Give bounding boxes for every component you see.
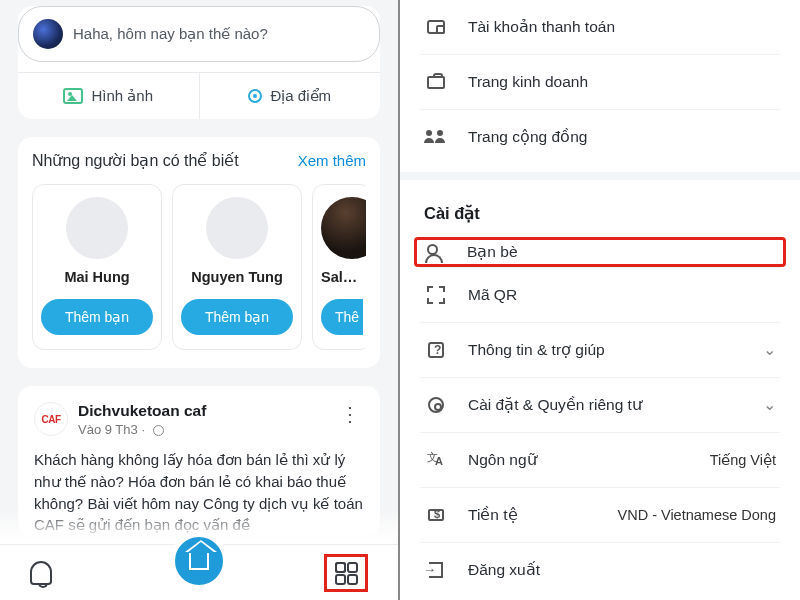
home-icon [189,552,209,570]
menu-item-language[interactable]: Ngôn ngữ Tiếng Việt [420,432,780,487]
add-friend-button[interactable]: Thêm bạn [181,299,293,335]
menu-item-business[interactable]: Trang kinh doanh [420,54,780,109]
help-icon [428,342,444,358]
right-screen: Tài khoản thanh toán Trang kinh doanh Tr… [400,0,800,600]
suggestion-name: Salmo [321,269,363,285]
image-icon [63,88,83,104]
logout-icon [429,562,443,578]
currency-value: VND - Vietnamese Dong [617,507,776,523]
photo-label: Hình ảnh [91,87,153,105]
post-timestamp: Vào 9 Th3 · [78,422,336,437]
community-icon [426,130,446,144]
post-more-button[interactable]: ⋮ [336,402,364,426]
suggestion-card[interactable]: Mai Hung Thêm bạn [32,184,162,350]
language-icon [427,452,445,468]
suggestion-card[interactable]: Salmo Thê [312,184,366,350]
see-more-link[interactable]: Xem thêm [298,152,366,169]
add-friend-button[interactable]: Thêm bạn [41,299,153,335]
menu-button-highlight [324,554,368,592]
suggestion-name: Mai Hung [41,269,153,285]
left-screen: Haha, hôm nay bạn thế nào? Hình ảnh Địa … [0,0,400,600]
composer-actions: Hình ảnh Địa điểm [18,72,380,119]
menu-item-help[interactable]: Thông tin & trợ giúp ⌄ [420,322,780,377]
bottom-nav [0,544,398,600]
menu-upper: Tài khoản thanh toán Trang kinh doanh Tr… [400,0,800,164]
briefcase-icon [427,76,445,89]
menu-item-currency[interactable]: Tiền tệ VND - Vietnamese Dong [420,487,780,542]
avatar [321,197,366,259]
home-button[interactable] [170,532,228,590]
menu-item-friends[interactable]: Bạn bè [414,237,786,267]
friend-icon [425,244,445,260]
language-value: Tiếng Việt [710,452,776,468]
menu-grid-icon[interactable] [335,562,357,584]
globe-icon [153,425,164,436]
menu-item-qr[interactable]: Mã QR [420,267,780,322]
qr-icon [427,286,445,304]
post-body: Khách hàng không lấy hóa đơn bán lẻ thì … [34,449,364,536]
suggestion-card[interactable]: Nguyen Tung Thêm bạn [172,184,302,350]
suggestions-title: Những người bạn có thể biết [32,151,239,170]
menu-item-privacy[interactable]: Cài đặt & Quyền riêng tư ⌄ [420,377,780,432]
settings-section-title: Cài đặt [400,172,800,237]
friend-suggestions: Những người bạn có thể biết Xem thêm Mai… [18,137,380,368]
add-friend-button[interactable]: Thê [321,299,363,335]
pin-icon [248,89,262,103]
menu-item-community[interactable]: Trang cộng đồng [420,109,780,164]
currency-icon [428,509,444,521]
composer-input[interactable]: Haha, hôm nay bạn thế nào? [18,6,380,62]
composer-prompt: Haha, hôm nay bạn thế nào? [73,25,268,43]
menu-item-payment[interactable]: Tài khoản thanh toán [420,0,780,54]
wallet-icon [427,20,445,34]
avatar-placeholder [206,197,268,259]
gear-icon [428,397,444,413]
avatar-placeholder [66,197,128,259]
post-author-avatar[interactable]: CAF [34,402,68,436]
post-author-name[interactable]: Dichvuketoan caf [78,402,336,420]
location-label: Địa điểm [270,87,331,105]
add-location-button[interactable]: Địa điểm [199,72,381,119]
feed-post: CAF Dichvuketoan caf Vào 9 Th3 · ⋮ Khách… [18,386,380,536]
suggestion-name: Nguyen Tung [181,269,293,285]
add-photo-button[interactable]: Hình ảnh [18,72,199,119]
suggestion-cards: Mai Hung Thêm bạn Nguyen Tung Thêm bạn S… [32,184,366,350]
composer-card: Haha, hôm nay bạn thế nào? Hình ảnh Địa … [18,6,380,119]
menu-settings: Bạn bè Mã QR Thông tin & trợ giúp ⌄ Cài … [400,237,800,597]
menu-item-logout[interactable]: Đăng xuất [420,542,780,597]
user-avatar [33,19,63,49]
chevron-down-icon: ⌄ [763,341,776,359]
notifications-button[interactable] [30,561,52,585]
chevron-down-icon: ⌄ [763,396,776,414]
